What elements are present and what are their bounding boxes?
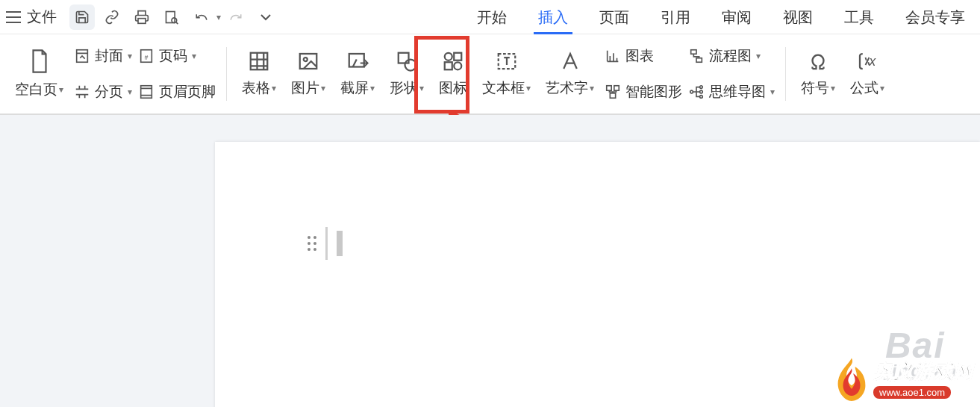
- separator: [226, 47, 227, 101]
- file-menu[interactable]: 文件: [27, 7, 57, 27]
- svg-point-26: [700, 96, 703, 99]
- chevron-down-icon: ▾: [59, 84, 63, 95]
- document-area: Bai jingyan.: [0, 115, 980, 407]
- tab-view[interactable]: 视图: [771, 0, 825, 34]
- svg-rect-0: [138, 18, 146, 23]
- chart-label: 图表: [625, 46, 654, 66]
- header-footer-label: 页眉页脚: [159, 82, 216, 102]
- svg-rect-21: [691, 50, 696, 55]
- svg-point-16: [454, 62, 461, 69]
- svg-text:x: x: [869, 54, 877, 69]
- symbol-label: 符号: [801, 78, 829, 98]
- blank-page-label: 空白页: [15, 80, 57, 99]
- icons-button[interactable]: 图标: [431, 46, 475, 102]
- cursor-position: [308, 227, 343, 260]
- textbox-button[interactable]: 文本框▾: [475, 46, 538, 102]
- equation-label: 公式: [850, 78, 878, 98]
- textbox-label: 文本框: [482, 78, 525, 98]
- header-footer-button[interactable]: 页眉页脚: [135, 78, 219, 106]
- mindmap-button[interactable]: 思维导图▾: [685, 78, 778, 106]
- smartart-label: 智能图形: [625, 82, 682, 102]
- svg-point-23: [690, 90, 693, 93]
- svg-point-9: [304, 58, 308, 61]
- svg-point-25: [700, 90, 703, 93]
- svg-rect-7: [251, 53, 268, 70]
- tab-reference[interactable]: 引用: [649, 0, 702, 34]
- section-label: 分页: [95, 82, 123, 102]
- tab-tools[interactable]: 工具: [832, 0, 886, 34]
- more-dropdown-icon[interactable]: [253, 4, 278, 30]
- svg-rect-15: [445, 62, 452, 69]
- flowchart-button[interactable]: 流程图▾: [685, 42, 778, 70]
- link-icon[interactable]: [99, 4, 125, 30]
- cover-button[interactable]: 封面▾: [71, 42, 135, 70]
- print-preview-button[interactable]: [159, 4, 184, 30]
- svg-rect-1: [166, 11, 175, 22]
- table-button[interactable]: 表格▾: [234, 46, 284, 102]
- flowchart-label: 流程图: [709, 46, 752, 66]
- svg-rect-6: [141, 86, 152, 99]
- separator: [785, 47, 786, 101]
- mindmap-label: 思维导图: [709, 82, 766, 102]
- svg-rect-14: [454, 53, 461, 60]
- screenshot-label: 截屏: [340, 78, 369, 98]
- svg-rect-22: [696, 58, 702, 63]
- cover-label: 封面: [95, 46, 123, 66]
- smartart-button[interactable]: 智能图形: [602, 78, 685, 106]
- symbol-button[interactable]: 符号▾: [793, 46, 843, 102]
- redo-button[interactable]: [223, 4, 249, 30]
- tab-member[interactable]: 会员专享: [893, 0, 977, 34]
- picture-button[interactable]: 图片▾: [284, 46, 333, 102]
- section-button[interactable]: 分页▾: [71, 78, 135, 106]
- ribbon-insert: 空白页▾ 封面▾ 分页▾ # 页码▾ 页眉页脚: [0, 34, 980, 115]
- watermark: Bai jingyan.: [885, 325, 965, 381]
- hamburger-menu-icon[interactable]: [3, 7, 24, 28]
- svg-rect-19: [614, 86, 619, 90]
- save-button[interactable]: [69, 4, 95, 30]
- print-button[interactable]: [129, 4, 155, 30]
- page-number-button[interactable]: # 页码▾: [135, 42, 219, 70]
- ribbon-tabs: 开始 插入 页面 引用 审阅 视图 工具 会员专享: [465, 0, 977, 34]
- tab-review[interactable]: 审阅: [710, 0, 764, 34]
- chart-button[interactable]: 图表: [602, 42, 685, 70]
- svg-rect-8: [300, 54, 317, 69]
- picture-label: 图片: [291, 78, 319, 98]
- tab-insert[interactable]: 插入: [526, 0, 580, 34]
- undo-button[interactable]: [189, 4, 214, 30]
- shapes-label: 形状: [390, 78, 418, 98]
- wordart-label: 艺术字: [546, 78, 588, 98]
- blank-page-button[interactable]: 空白页▾: [7, 44, 71, 104]
- undo-dropdown-icon[interactable]: ▾: [216, 12, 221, 22]
- svg-rect-20: [610, 93, 615, 98]
- screenshot-button[interactable]: 截屏▾: [333, 46, 382, 102]
- title-bar: 文件 ▾ 开始 插入 页面 引用 审阅 视图 工具 会员专享: [0, 0, 980, 34]
- svg-text:#: #: [145, 55, 149, 61]
- table-label: 表格: [242, 78, 270, 98]
- document-page[interactable]: Bai jingyan.: [215, 142, 980, 407]
- tab-page[interactable]: 页面: [587, 0, 641, 34]
- page-number-label: 页码: [159, 46, 187, 66]
- icons-label: 图标: [439, 78, 467, 98]
- shapes-button[interactable]: 形状▾: [382, 46, 431, 102]
- drag-handle-icon: [308, 236, 316, 251]
- svg-point-24: [700, 86, 703, 89]
- equation-button[interactable]: x 公式▾: [843, 46, 892, 102]
- svg-point-13: [445, 53, 452, 60]
- svg-rect-18: [607, 86, 611, 90]
- svg-point-12: [405, 60, 416, 71]
- tab-start[interactable]: 开始: [465, 0, 519, 34]
- wordart-button[interactable]: 艺术字▾: [538, 46, 602, 102]
